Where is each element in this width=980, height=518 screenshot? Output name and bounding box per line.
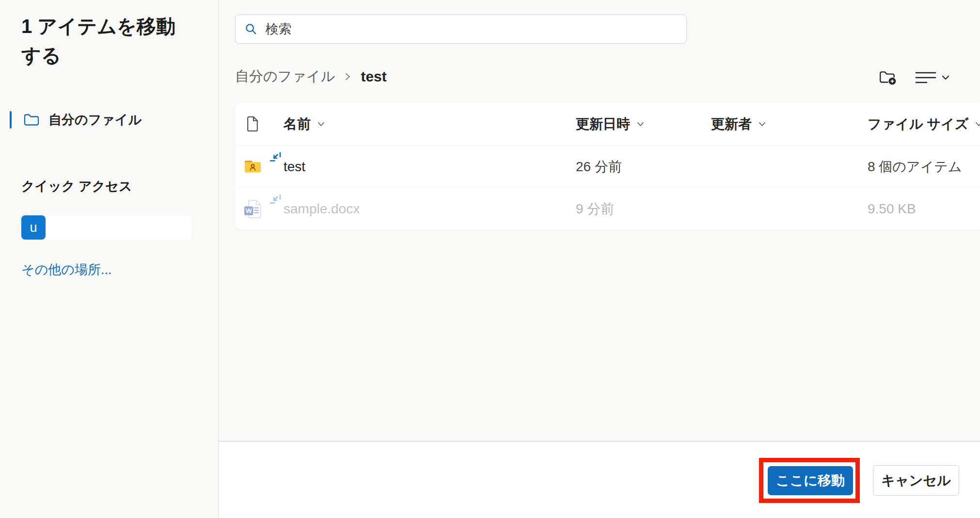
search-box[interactable] [235, 15, 687, 44]
quick-access-heading: クイック アクセス [21, 178, 132, 195]
svg-text:W: W [246, 207, 252, 214]
search-icon [244, 22, 258, 36]
quick-access-item-body [46, 215, 191, 240]
chevron-down-icon [759, 122, 766, 127]
move-target-arrow-icon [269, 151, 283, 167]
more-places-link[interactable]: その他の場所... [21, 261, 111, 278]
file-list-header: 名前 更新日時 更新者 ファイル サイズ [235, 103, 980, 146]
breadcrumb-current: test [361, 68, 386, 85]
breadcrumb-root[interactable]: 自分のファイル [235, 67, 335, 86]
move-here-button[interactable]: ここに移動 [768, 466, 853, 495]
document-page-icon [246, 103, 259, 145]
new-folder-icon [878, 69, 898, 86]
footer [219, 442, 980, 518]
file-size: 8 個のアイテム [868, 158, 962, 176]
column-header-file-size[interactable]: ファイル サイズ [868, 103, 980, 145]
table-row-sample-docx: W sample.docx 9 分前 9.50 KB [235, 188, 980, 229]
column-header-name[interactable]: 名前 [284, 103, 325, 145]
quick-access-item[interactable]: u [21, 215, 191, 240]
column-header-modified[interactable]: 更新日時 [576, 103, 644, 145]
search-input[interactable] [266, 22, 678, 37]
word-document-icon: W [244, 188, 263, 229]
file-name: test [284, 159, 305, 175]
file-name: sample.docx [284, 201, 360, 217]
chevron-down-icon [975, 122, 980, 127]
column-header-modified-by[interactable]: 更新者 [711, 103, 766, 145]
dialog-title: 1 アイテムを移動する [21, 12, 181, 70]
table-row-test[interactable]: test 26 分前 8 個のアイテム [235, 146, 980, 188]
selected-indicator [10, 111, 12, 129]
cancel-button[interactable]: キャンセル [873, 465, 959, 496]
chevron-down-icon [941, 75, 950, 81]
chevron-down-icon [317, 122, 325, 127]
breadcrumb: 自分のファイル test [235, 64, 387, 89]
sidebar-item-label: 自分のファイル [48, 111, 142, 129]
sidebar-divider [218, 0, 219, 518]
folder-icon [23, 113, 40, 127]
view-options-button[interactable] [915, 71, 950, 84]
breadcrumb-chevron-icon [345, 72, 351, 81]
file-modified: 26 分前 [576, 158, 622, 176]
chevron-down-icon [637, 122, 644, 127]
sort-lines-icon [915, 71, 936, 84]
move-dialog-sidebar: 1 アイテムを移動する 自分のファイル クイック アクセス u その他の場所..… [0, 0, 218, 518]
file-modified: 9 分前 [576, 200, 614, 218]
sidebar-item-my-files[interactable]: 自分のファイル [0, 105, 218, 135]
avatar: u [21, 215, 46, 240]
move-target-arrow-icon [269, 194, 283, 209]
file-size: 9.50 KB [868, 201, 916, 217]
toolbar [878, 66, 950, 89]
shared-folder-icon [244, 146, 262, 187]
file-list: 名前 更新日時 更新者 ファイル サイズ [235, 103, 980, 230]
new-folder-button[interactable] [878, 69, 898, 86]
